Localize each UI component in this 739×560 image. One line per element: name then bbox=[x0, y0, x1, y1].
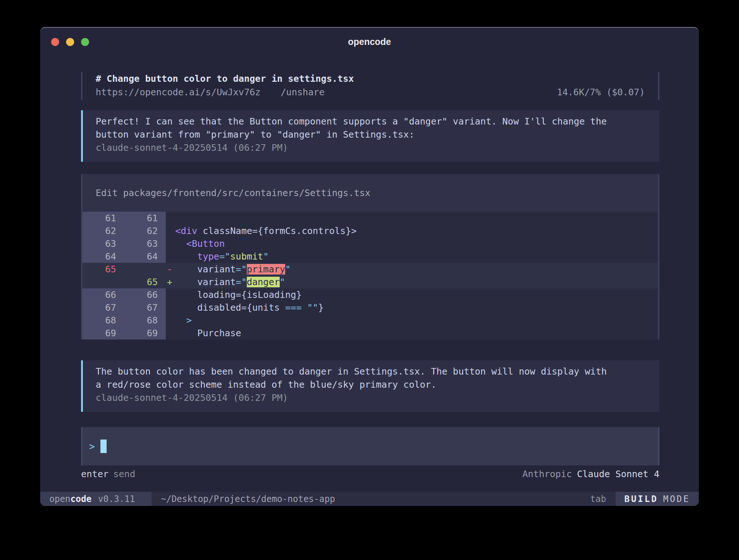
status-bar-right: tab BUILDMODE bbox=[590, 492, 699, 506]
diff-code-line: variant="primary" bbox=[175, 263, 291, 276]
mode-mode-label: MODE bbox=[663, 494, 690, 504]
diff-marker: - bbox=[166, 263, 175, 276]
diff-new-line-number bbox=[124, 263, 166, 276]
code-token bbox=[175, 251, 197, 262]
send-action-label: send bbox=[113, 469, 135, 479]
code-token: disabled={units bbox=[197, 302, 285, 313]
diff-new-line-number: 66 bbox=[124, 288, 166, 301]
code-token: =" bbox=[219, 251, 230, 262]
code-token: =" bbox=[236, 277, 247, 287]
diff-row: 6161 bbox=[83, 212, 658, 225]
text-cursor bbox=[100, 440, 107, 453]
code-token: submit bbox=[230, 251, 263, 262]
code-token bbox=[175, 264, 197, 275]
build-mode-chip[interactable]: BUILDMODE bbox=[616, 492, 699, 506]
diff-code-line: > bbox=[175, 314, 192, 327]
diff-old-line-number: 63 bbox=[83, 237, 124, 250]
enter-key-label: enter bbox=[81, 469, 108, 479]
code-token: =" bbox=[236, 264, 247, 275]
diff-code-line: variant="danger" bbox=[175, 276, 285, 288]
diff-row: 6363 <Button bbox=[83, 237, 658, 250]
code-token: <Button bbox=[186, 238, 225, 249]
message-meta: claude-sonnet-4-20250514 (06:27 PM) bbox=[96, 391, 646, 404]
diff-old-line-number: 64 bbox=[83, 250, 124, 263]
diff-row: 6666 loading={isLoading} bbox=[83, 288, 658, 301]
brand-code: code bbox=[70, 494, 92, 504]
provider-label: Anthropic bbox=[522, 469, 572, 479]
model-label: Claude Sonnet 4 bbox=[577, 469, 659, 479]
diff-old-line-number: 69 bbox=[83, 327, 124, 340]
code-token: " bbox=[263, 251, 269, 262]
code-token: "" bbox=[307, 302, 318, 313]
message-line: The button color has been changed to dan… bbox=[96, 365, 646, 378]
diff-marker bbox=[166, 237, 175, 250]
diff-marker bbox=[166, 288, 175, 301]
diff-new-line-number: 63 bbox=[124, 237, 166, 250]
diff-new-line-number: 61 bbox=[124, 212, 166, 225]
diff-row: 6262<div className={formCs.controls}> bbox=[83, 225, 658, 237]
code-token: danger bbox=[247, 277, 280, 287]
mode-build-label: BUILD bbox=[624, 494, 658, 504]
version-chip: opencodev0.3.11 bbox=[40, 492, 152, 506]
diff-code-line: type="submit" bbox=[175, 250, 269, 263]
message-line: a red/rose color scheme instead of the b… bbox=[96, 378, 646, 391]
diff-new-line-number: 67 bbox=[124, 301, 166, 314]
code-token bbox=[175, 277, 197, 287]
diff-new-line-number: 68 bbox=[124, 314, 166, 327]
code-token bbox=[302, 302, 307, 313]
code-token: loading={isLoading} bbox=[197, 289, 302, 300]
message-line: Perfect! I can see that the Button compo… bbox=[96, 115, 646, 128]
diff-marker bbox=[166, 225, 175, 237]
diff-new-line-number: 65 bbox=[124, 276, 166, 288]
diff-new-line-number: 62 bbox=[124, 225, 166, 237]
code-token: variant bbox=[197, 264, 236, 275]
session-title: # Change button color to danger in setti… bbox=[96, 72, 645, 86]
hint-row: entersend AnthropicClaude Sonnet 4 bbox=[81, 468, 659, 481]
window-title: opencode bbox=[40, 37, 699, 47]
code-token: primary bbox=[247, 264, 285, 275]
code-token bbox=[175, 328, 197, 338]
code-token: Purchase bbox=[197, 328, 241, 338]
diff-marker bbox=[166, 327, 175, 340]
edit-tool-title: Edit packages/frontend/src/containers/Se… bbox=[83, 174, 658, 212]
share-url[interactable]: https://opencode.ai/s/UwJxv76z bbox=[96, 86, 261, 99]
diff-new-line-number: 64 bbox=[124, 250, 166, 263]
working-directory: ~/Desktop/Projects/demo-notes-app bbox=[161, 494, 335, 504]
diff-row: 65- variant="primary" bbox=[83, 263, 658, 276]
code-token bbox=[175, 289, 197, 300]
unshare-command[interactable]: /unshare bbox=[281, 86, 325, 99]
diff-marker bbox=[166, 250, 175, 263]
diff-marker bbox=[166, 301, 175, 314]
status-bar: opencodev0.3.11 ~/Desktop/Projects/demo-… bbox=[40, 492, 699, 506]
message-meta: claude-sonnet-4-20250514 (06:27 PM) bbox=[96, 141, 646, 154]
diff-code-line: <div className={formCs.controls}> bbox=[175, 225, 357, 237]
code-token bbox=[175, 315, 186, 326]
code-token: > bbox=[186, 315, 192, 326]
code-token: <div bbox=[175, 226, 197, 236]
code-token: variant bbox=[197, 277, 236, 287]
diff-code-line: <Button bbox=[175, 237, 225, 250]
diff-old-line-number: 67 bbox=[83, 301, 124, 314]
diff-new-line-number: 69 bbox=[124, 327, 166, 340]
tab-key-hint: tab bbox=[590, 494, 606, 504]
prompt-symbol: > bbox=[89, 441, 95, 452]
app-window: opencode # Change button color to danger… bbox=[40, 27, 699, 505]
diff-view: 61616262<div className={formCs.controls}… bbox=[83, 212, 658, 340]
diff-code-line: disabled={units === ""} bbox=[175, 301, 323, 314]
prompt-input[interactable]: > bbox=[81, 427, 659, 465]
assistant-message: Perfect! I can see that the Button compo… bbox=[81, 110, 659, 162]
token-usage: 14.6K/7% ($0.07) bbox=[557, 86, 645, 99]
session-header: # Change button color to danger in setti… bbox=[81, 72, 659, 100]
code-token bbox=[175, 302, 197, 313]
diff-marker bbox=[166, 212, 175, 225]
diff-old-line-number: 65 bbox=[83, 263, 124, 276]
diff-marker: + bbox=[166, 276, 175, 288]
model-indicator: AnthropicClaude Sonnet 4 bbox=[522, 468, 659, 481]
diff-row: 6868 > bbox=[83, 314, 658, 327]
code-token: } bbox=[318, 302, 323, 313]
session-subheader: https://opencode.ai/s/UwJxv76z /unshare … bbox=[96, 86, 645, 99]
diff-marker bbox=[166, 314, 175, 327]
brand-open: open bbox=[49, 494, 70, 504]
code-token: " bbox=[280, 277, 285, 287]
diff-row: 6969 Purchase bbox=[83, 327, 658, 340]
